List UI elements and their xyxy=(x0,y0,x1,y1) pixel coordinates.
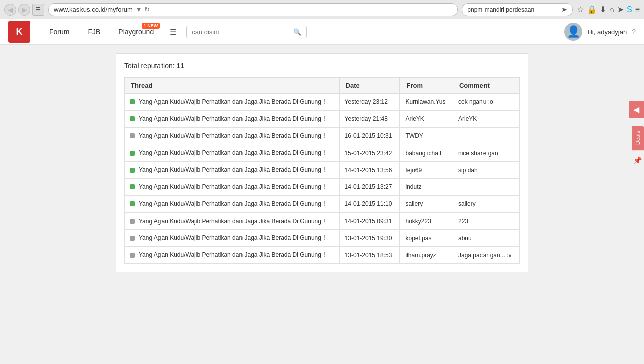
logo-letter: K xyxy=(16,27,23,37)
comment-cell-4: sip dah xyxy=(453,162,519,179)
table-row[interactable]: Yang Agan Kudu/Wajib Perhatikan dan Jaga… xyxy=(125,94,520,111)
back-button[interactable]: ◀ xyxy=(4,4,16,16)
forward-button[interactable]: ▶ xyxy=(18,4,30,16)
col-comment: Comment xyxy=(453,78,519,94)
comment-cell-7: 223 xyxy=(453,212,519,230)
deals-tab[interactable]: Deals xyxy=(632,126,644,150)
site-navbar: K Forum FJB 1 NEW Playground ☰ 🔍 👤 Hi, a… xyxy=(0,19,644,45)
home-icon[interactable]: ⌂ xyxy=(609,5,614,14)
fjb-label: FJB xyxy=(88,28,100,36)
address-bar[interactable]: www.kaskus.co.id/myforum ▼ ↻ xyxy=(48,3,458,16)
from-cell-2[interactable]: TWDY xyxy=(400,127,453,144)
table-row[interactable]: Yang Agan Kudu/Wajib Perhatikan dan Jaga… xyxy=(125,212,520,230)
table-row[interactable]: Yang Agan Kudu/Wajib Perhatikan dan Jaga… xyxy=(125,230,520,247)
site-search-input[interactable] xyxy=(192,28,289,36)
comment-cell-3: nice share gan xyxy=(453,144,519,162)
download-icon[interactable]: ⬇ xyxy=(600,5,606,14)
star-icon[interactable]: ☆ xyxy=(577,5,584,14)
thread-cell-9: Yang Agan Kudu/Wajib Perhatikan dan Jaga… xyxy=(125,247,340,264)
thread-cell-2: Yang Agan Kudu/Wajib Perhatikan dan Jaga… xyxy=(125,127,340,144)
logo[interactable]: K xyxy=(8,21,30,43)
thread-dot-7 xyxy=(130,219,135,224)
search-icon[interactable]: 🔍 xyxy=(293,28,301,36)
date-cell-2: 16-01-2015 10:31 xyxy=(339,127,400,144)
lock-icon[interactable]: 🔒 xyxy=(587,5,597,14)
help-icon[interactable]: ? xyxy=(632,28,636,36)
menu-icon[interactable]: ≡ xyxy=(635,5,640,14)
from-cell-8[interactable]: kopet.pas xyxy=(400,230,453,247)
nav-forum[interactable]: Forum xyxy=(40,19,78,45)
date-cell-3: 15-01-2015 23:42 xyxy=(339,144,400,162)
new-badge: 1 NEW xyxy=(142,23,160,29)
hamburger-icon: ☰ xyxy=(170,27,177,37)
thread-cell-4: Yang Agan Kudu/Wajib Perhatikan dan Jaga… xyxy=(125,162,340,179)
thread-cell-1: Yang Agan Kudu/Wajib Perhatikan dan Jaga… xyxy=(125,110,340,127)
thread-title-5[interactable]: Yang Agan Kudu/Wajib Perhatikan dan Jaga… xyxy=(139,183,325,191)
table-row[interactable]: Yang Agan Kudu/Wajib Perhatikan dan Jaga… xyxy=(125,162,520,179)
browser-chrome: ◀ ▶ ☰ www.kaskus.co.id/myforum ▼ ↻ ➤ ☆ 🔒… xyxy=(0,0,644,19)
col-thread: Thread xyxy=(125,78,340,94)
thread-dot-6 xyxy=(130,201,135,206)
date-cell-8: 13-01-2015 19:30 xyxy=(339,230,400,247)
thread-title-6[interactable]: Yang Agan Kudu/Wajib Perhatikan dan Jaga… xyxy=(139,200,325,208)
address-icons: ▼ ↻ xyxy=(136,6,150,13)
date-cell-1: Yesterday 21:48 xyxy=(339,110,400,127)
from-cell-0[interactable]: Kurniawan.Yus xyxy=(400,94,453,111)
table-row[interactable]: Yang Agan Kudu/Wajib Perhatikan dan Jaga… xyxy=(125,110,520,127)
search-arrow-icon[interactable]: ➤ xyxy=(561,6,567,13)
from-cell-3[interactable]: babang icha.l xyxy=(400,144,453,162)
col-date: Date xyxy=(339,78,400,94)
comment-cell-5 xyxy=(453,178,519,195)
from-cell-4[interactable]: tejo69 xyxy=(400,162,453,179)
table-row[interactable]: Yang Agan Kudu/Wajib Perhatikan dan Jaga… xyxy=(125,247,520,264)
thread-title-3[interactable]: Yang Agan Kudu/Wajib Perhatikan dan Jaga… xyxy=(139,149,325,157)
skype-icon[interactable]: S xyxy=(627,5,632,14)
from-cell-7[interactable]: hokky223 xyxy=(400,212,453,230)
date-cell-0: Yesterday 23:12 xyxy=(339,94,400,111)
thread-title-7[interactable]: Yang Agan Kudu/Wajib Perhatikan dan Jaga… xyxy=(139,217,325,226)
hamburger-menu[interactable]: ☰ xyxy=(165,24,181,40)
from-cell-6[interactable]: sallery xyxy=(400,195,453,212)
thread-cell-0: Yang Agan Kudu/Wajib Perhatikan dan Jaga… xyxy=(125,94,340,111)
site-search-box[interactable]: 🔍 xyxy=(186,26,307,38)
thread-cell-8: Yang Agan Kudu/Wajib Perhatikan dan Jaga… xyxy=(125,230,340,247)
user-greeting: Hi, adyadyjah xyxy=(587,28,627,36)
thread-title-9[interactable]: Yang Agan Kudu/Wajib Perhatikan dan Jaga… xyxy=(139,251,325,259)
browser-action-icons: ☆ 🔒 ⬇ ⌂ ➤ S ≡ xyxy=(577,5,640,14)
nav-fjb[interactable]: FJB xyxy=(78,19,109,45)
deals-label: Deals xyxy=(635,131,641,145)
total-label: Total reputation: xyxy=(124,62,175,70)
browser-search-input[interactable] xyxy=(467,6,558,13)
from-cell-5[interactable]: indutz xyxy=(400,178,453,195)
comment-cell-2 xyxy=(453,127,519,144)
table-row[interactable]: Yang Agan Kudu/Wajib Perhatikan dan Jaga… xyxy=(125,127,520,144)
thread-title-2[interactable]: Yang Agan Kudu/Wajib Perhatikan dan Jaga… xyxy=(139,132,325,140)
dropdown-icon[interactable]: ▼ xyxy=(136,6,142,13)
send-icon[interactable]: ➤ xyxy=(617,5,624,14)
side-panel[interactable]: ◀ xyxy=(629,101,644,118)
pin-icon[interactable]: 📌 xyxy=(633,156,642,164)
nav-playground[interactable]: 1 NEW Playground xyxy=(109,19,163,45)
browser-search-bar[interactable]: ➤ xyxy=(462,3,573,16)
table-header-row: Thread Date From Comment xyxy=(125,78,520,94)
thread-cell-5: Yang Agan Kudu/Wajib Perhatikan dan Jaga… xyxy=(125,178,340,195)
comment-cell-0: cek nganu :o xyxy=(453,94,519,111)
date-cell-9: 13-01-2015 18:53 xyxy=(339,247,400,264)
table-row[interactable]: Yang Agan Kudu/Wajib Perhatikan dan Jaga… xyxy=(125,195,520,212)
thread-title-8[interactable]: Yang Agan Kudu/Wajib Perhatikan dan Jaga… xyxy=(139,234,325,242)
bookmarks-button[interactable]: ☰ xyxy=(32,4,44,16)
refresh-icon[interactable]: ↻ xyxy=(144,6,150,13)
thread-title-1[interactable]: Yang Agan Kudu/Wajib Perhatikan dan Jaga… xyxy=(139,115,325,123)
from-cell-9[interactable]: ilham.prayz xyxy=(400,247,453,264)
side-arrow-icon[interactable]: ◀ xyxy=(633,105,639,114)
date-cell-6: 14-01-2015 11:10 xyxy=(339,195,400,212)
thread-title-0[interactable]: Yang Agan Kudu/Wajib Perhatikan dan Jaga… xyxy=(139,98,325,106)
forum-label: Forum xyxy=(49,28,69,36)
comment-cell-6: sallery xyxy=(453,195,519,212)
date-cell-5: 14-01-2015 13:27 xyxy=(339,178,400,195)
comment-cell-1: ArieYK xyxy=(453,110,519,127)
table-row[interactable]: Yang Agan Kudu/Wajib Perhatikan dan Jaga… xyxy=(125,178,520,195)
table-row[interactable]: Yang Agan Kudu/Wajib Perhatikan dan Jaga… xyxy=(125,144,520,162)
thread-title-4[interactable]: Yang Agan Kudu/Wajib Perhatikan dan Jaga… xyxy=(139,166,325,174)
from-cell-1[interactable]: ArieYK xyxy=(400,110,453,127)
